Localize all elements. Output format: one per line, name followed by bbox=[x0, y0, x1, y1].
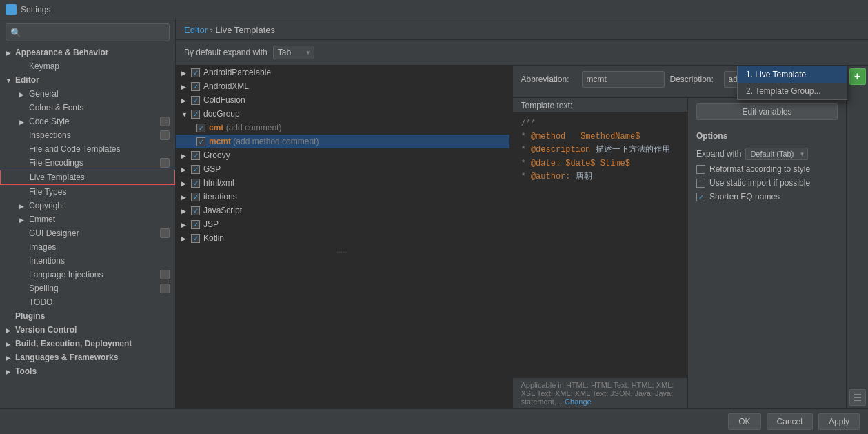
sidebar-item-fileencodings[interactable]: File Encodings bbox=[0, 156, 175, 170]
arrow-icon bbox=[6, 326, 15, 334]
sidebar-item-todo[interactable]: TODO bbox=[0, 295, 175, 309]
sidebar-label: GUI Designer bbox=[29, 228, 79, 238]
edit-variables-button[interactable]: Edit variables bbox=[696, 103, 838, 120]
sidebar-item-livetemplates[interactable]: Live Templates bbox=[0, 170, 175, 185]
arrow-icon bbox=[6, 340, 15, 348]
svg-rect-2 bbox=[854, 397, 861, 398]
sidebar-item-general[interactable]: General bbox=[0, 87, 175, 101]
group-checkbox[interactable] bbox=[191, 206, 200, 215]
sidebar-label: Tools bbox=[15, 366, 37, 376]
sidebar-item-keymap[interactable]: Keymap bbox=[0, 59, 175, 73]
settings-icon bbox=[160, 130, 170, 140]
expand-with-label: Expand with bbox=[696, 149, 741, 159]
sidebar-item-filecode[interactable]: File and Code Templates bbox=[0, 142, 175, 156]
shorten-checkbox[interactable] bbox=[696, 193, 705, 201]
arrow-icon bbox=[181, 110, 191, 118]
sidebar-item-appearance[interactable]: Appearance & Behavior bbox=[0, 46, 175, 59]
change-link[interactable]: Change bbox=[565, 397, 592, 406]
staticimport-label: Use static import if possible bbox=[709, 178, 810, 188]
sidebar-item-languages[interactable]: Languages & Frameworks bbox=[0, 351, 175, 364]
arrow-icon bbox=[181, 83, 191, 90]
desc-label: Description: bbox=[670, 75, 718, 84]
sidebar-label: Colors & Fonts bbox=[29, 103, 83, 112]
expand-with-select-wrapper[interactable]: Default (Tab) bbox=[745, 148, 808, 160]
sidebar-label: Spelling bbox=[29, 284, 59, 293]
sidebar-item-editor[interactable]: Editor bbox=[0, 73, 175, 87]
reformat-checkbox[interactable] bbox=[696, 165, 705, 174]
settings-icon-button[interactable] bbox=[849, 389, 866, 406]
expand-with-row: Expand with Default (Tab) bbox=[696, 148, 838, 160]
sidebar: 🔍 Appearance & Behavior Keymap Editor Ge… bbox=[0, 19, 176, 408]
arrow-icon bbox=[19, 202, 29, 210]
breadcrumb-livetemplates: Live Templates bbox=[216, 25, 275, 35]
title-bar-text: Settings bbox=[21, 5, 50, 14]
group-checkbox[interactable] bbox=[191, 220, 200, 229]
template-group-htmlxml[interactable]: html/xml bbox=[176, 176, 509, 190]
sidebar-item-languageinjections[interactable]: Language Injections bbox=[0, 268, 175, 282]
add-template-button[interactable]: + bbox=[849, 68, 866, 85]
main-area: 🔍 Appearance & Behavior Keymap Editor Ge… bbox=[0, 19, 868, 408]
settings-icon bbox=[160, 228, 170, 238]
sidebar-label: File Types bbox=[29, 187, 66, 197]
expand-select[interactable]: Tab bbox=[273, 46, 314, 59]
options-title: Options bbox=[696, 131, 838, 141]
group-checkbox[interactable] bbox=[191, 68, 200, 77]
item-checkbox[interactable] bbox=[196, 137, 205, 146]
template-group-coldfusion[interactable]: ColdFusion bbox=[176, 93, 509, 107]
template-group-groovy[interactable]: Groovy bbox=[176, 148, 509, 162]
breadcrumb: Editor › Live Templates bbox=[176, 19, 868, 40]
sidebar-item-colors[interactable]: Colors & Fonts bbox=[0, 101, 175, 115]
sidebar-item-build[interactable]: Build, Execution, Deployment bbox=[0, 337, 175, 351]
template-group-iterations[interactable]: iterations bbox=[176, 190, 509, 204]
dialog-container: 🔍 Appearance & Behavior Keymap Editor Ge… bbox=[0, 19, 868, 434]
search-box[interactable]: 🔍 bbox=[6, 23, 170, 41]
template-group-javascript[interactable]: JavaScript bbox=[176, 204, 509, 217]
sidebar-label: General bbox=[29, 89, 59, 99]
staticimport-checkbox[interactable] bbox=[696, 179, 705, 188]
cancel-button[interactable]: Cancel bbox=[767, 413, 813, 430]
expand-with-select[interactable]: Default (Tab) bbox=[745, 148, 808, 160]
template-group-jsp[interactable]: JSP bbox=[176, 217, 509, 231]
code-editor[interactable]: /** * @method $methodName$ * @descriptio… bbox=[513, 112, 688, 377]
code-line-2: * @method $methodName$ bbox=[521, 130, 680, 144]
sidebar-item-guidesigner[interactable]: GUI Designer bbox=[0, 226, 175, 240]
sidebar-item-versioncontrol[interactable]: Version Control bbox=[0, 323, 175, 337]
sidebar-item-tools[interactable]: Tools bbox=[0, 364, 175, 378]
group-checkbox[interactable] bbox=[191, 110, 200, 119]
group-checkbox[interactable] bbox=[191, 151, 200, 160]
item-checkbox[interactable] bbox=[196, 124, 205, 132]
group-checkbox[interactable] bbox=[191, 179, 200, 188]
sidebar-item-intentions[interactable]: Intentions bbox=[0, 254, 175, 268]
sidebar-item-copyright[interactable]: Copyright bbox=[0, 199, 175, 213]
template-group-gsp[interactable]: GSP bbox=[176, 162, 509, 176]
ok-button[interactable]: OK bbox=[728, 413, 760, 430]
expand-select-wrapper[interactable]: Tab bbox=[273, 46, 314, 59]
group-checkbox[interactable] bbox=[191, 193, 200, 201]
sidebar-item-codestyle[interactable]: Code Style bbox=[0, 115, 175, 128]
arrow-icon bbox=[181, 221, 191, 228]
abbreviation-input[interactable] bbox=[582, 71, 665, 88]
sidebar-item-plugins[interactable]: Plugins bbox=[0, 309, 175, 323]
template-item-cmt[interactable]: cmt (add comment) bbox=[176, 121, 509, 135]
template-group-androidparcelable[interactable]: AndroidParcelable bbox=[176, 66, 509, 79]
arrow-icon bbox=[6, 49, 15, 57]
template-group-docgroup[interactable]: docGroup bbox=[176, 107, 509, 121]
group-checkbox[interactable] bbox=[191, 96, 200, 105]
sidebar-item-emmet[interactable]: Emmet bbox=[0, 213, 175, 226]
group-checkbox[interactable] bbox=[191, 82, 200, 91]
sidebar-item-spelling[interactable]: Spelling bbox=[0, 282, 175, 295]
popup-item-livetemplate[interactable]: 1. Live Template bbox=[738, 66, 847, 83]
templates-main: AndroidParcelable AndroidXML ColdFusion bbox=[176, 66, 868, 408]
template-group-kotlin[interactable]: Kotlin bbox=[176, 231, 509, 245]
sidebar-item-images[interactable]: Images bbox=[0, 240, 175, 254]
sidebar-label: TODO bbox=[29, 297, 52, 307]
sidebar-item-filetypes[interactable]: File Types bbox=[0, 185, 175, 199]
breadcrumb-sep: › bbox=[210, 25, 216, 35]
template-group-androidxml[interactable]: AndroidXML bbox=[176, 79, 509, 93]
apply-button[interactable]: Apply bbox=[818, 413, 860, 430]
popup-item-templategroup[interactable]: 2. Template Group... bbox=[738, 83, 847, 99]
group-checkbox[interactable] bbox=[191, 234, 200, 243]
template-item-mcmt[interactable]: mcmt (add method comment) bbox=[176, 135, 509, 148]
sidebar-item-inspections[interactable]: Inspections bbox=[0, 128, 175, 142]
group-checkbox[interactable] bbox=[191, 165, 200, 174]
